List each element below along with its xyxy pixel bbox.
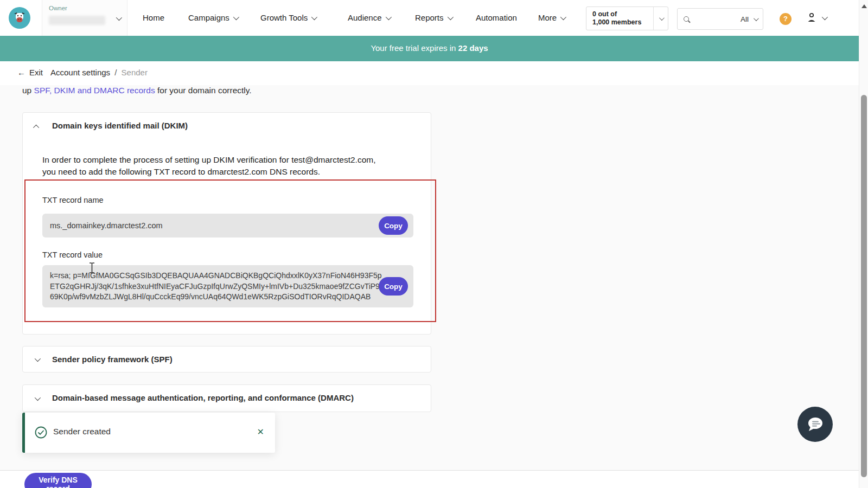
txt-record-value-label: TXT record value [42, 251, 103, 259]
help-button[interactable]: ? [780, 13, 792, 25]
chevron-down-icon [447, 14, 453, 20]
txt-record-name-label: TXT record name [42, 196, 104, 204]
txt-record-name-field: ms._domainkey.dmarctest2.com Copy [42, 214, 413, 237]
chevron-down-icon [822, 14, 828, 20]
dns-setup-intro-text: up SPF, DKIM and DMARC records for your … [22, 86, 252, 95]
toast-message: Sender created [53, 427, 111, 436]
trial-banner: Your free trial expires in 22 days Upgra… [0, 36, 859, 61]
toast-sender-created: Sender created ✕ [22, 413, 275, 453]
txt-record-name-value: ms._domainkey.dmarctest2.com [50, 214, 163, 237]
scrollbar-thumb[interactable] [861, 95, 867, 477]
txt-record-value-line: k=rsa; p=MIGfMA0GCSqGSIb3DQEBAQUAA4GNADC… [50, 271, 406, 281]
nav-item-home[interactable]: Home [143, 0, 164, 36]
nav-item-reports[interactable]: Reports [415, 0, 452, 36]
nav-item-audience[interactable]: Audience [348, 0, 390, 36]
account-switcher[interactable]: Owner [42, 0, 127, 36]
members-usage-selector[interactable]: 0 out of 1,000 members [586, 7, 668, 30]
chevron-down-icon [233, 14, 239, 20]
search-scope-value[interactable]: All [741, 15, 749, 23]
dkim-panel-title[interactable]: Domain keys identified mail (DKIM) [52, 121, 188, 130]
main-content: up SPF, DKIM and DMARC records for your … [0, 85, 859, 471]
exit-button[interactable]: ← Exit [17, 68, 43, 77]
user-menu[interactable] [806, 12, 826, 24]
txt-record-value-line: 69K0p/wf9vMzbZLJWgL8Hl/quCcckEq99/vncUAq… [50, 292, 406, 303]
members-count-line2: 1,000 members [592, 18, 641, 27]
dkim-description: In order to complete the process of sett… [42, 154, 375, 177]
verify-dns-record-button[interactable]: Verify DNS record [24, 473, 92, 488]
app-logo[interactable] [9, 7, 30, 29]
account-role-label: Owner [49, 5, 67, 11]
dns-records-link[interactable]: SPF, DKIM and DMARC records [34, 86, 155, 95]
nav-item-automation[interactable]: Automation [476, 0, 517, 36]
success-check-icon [35, 426, 47, 439]
chat-bubble-icon [806, 416, 825, 433]
nav-item-more[interactable]: More [538, 0, 565, 36]
chevron-down-icon [35, 395, 41, 401]
members-dropdown-toggle[interactable] [653, 7, 668, 30]
spf-panel-title: Sender policy framework (SPF) [52, 355, 173, 364]
footer-divider [0, 470, 859, 471]
chevron-down-icon [311, 14, 317, 20]
chevron-down-icon [754, 16, 759, 21]
dkim-panel: Domain keys identified mail (DKIM) In or… [22, 112, 431, 335]
page-scrollbar[interactable] [859, 0, 868, 488]
cow-mascot-icon [12, 10, 27, 25]
scrollbar-up-arrow[interactable] [861, 4, 867, 8]
search-icon [684, 16, 689, 22]
txt-record-value-line: ETG2qGHRJj/3qK/1sfhke3xuHtfNIEyaCFJuGzpI… [50, 281, 406, 292]
back-arrow-icon: ← [17, 68, 25, 77]
chevron-down-icon [35, 356, 41, 362]
global-search[interactable]: All [677, 8, 763, 30]
chevron-down-icon [385, 14, 391, 20]
txt-record-value-field: k=rsa; p=MIGfMA0GCSqGSIb3DQEBAQUAA4GNADC… [42, 265, 413, 307]
account-name-redacted [49, 16, 105, 25]
trial-banner-message: Your free trial expires in 22 days [0, 43, 859, 53]
toast-close-icon[interactable]: ✕ [257, 427, 264, 437]
breadcrumb-section[interactable]: Account settings [50, 68, 110, 77]
chevron-down-icon [116, 15, 122, 21]
copy-txt-name-button[interactable]: Copy [379, 216, 408, 235]
user-icon [806, 12, 817, 24]
nav-item-growth-tools[interactable]: Growth Tools [260, 0, 316, 36]
top-navigation: Owner Home Campaigns Growth Tools Audien… [0, 0, 859, 36]
dmarc-panel-title: Domain-based message authentication, rep… [52, 393, 354, 402]
chevron-up-icon[interactable] [33, 125, 39, 131]
settings-header-bar: ← Exit Account settings / Sender [0, 61, 859, 86]
members-count-line1: 0 out of [592, 10, 641, 18]
chat-widget-button[interactable] [797, 407, 833, 442]
breadcrumb: Account settings / Sender [50, 68, 148, 77]
breadcrumb-current: Sender [122, 68, 148, 77]
spf-panel[interactable]: Sender policy framework (SPF) [22, 346, 431, 373]
copy-txt-value-button[interactable]: Copy [379, 277, 408, 296]
trial-days-left: 22 days [458, 43, 488, 53]
nav-item-campaigns[interactable]: Campaigns [188, 0, 238, 36]
chevron-down-icon [560, 14, 566, 20]
chevron-down-icon [659, 15, 664, 21]
dmarc-panel[interactable]: Domain-based message authentication, rep… [22, 384, 431, 412]
